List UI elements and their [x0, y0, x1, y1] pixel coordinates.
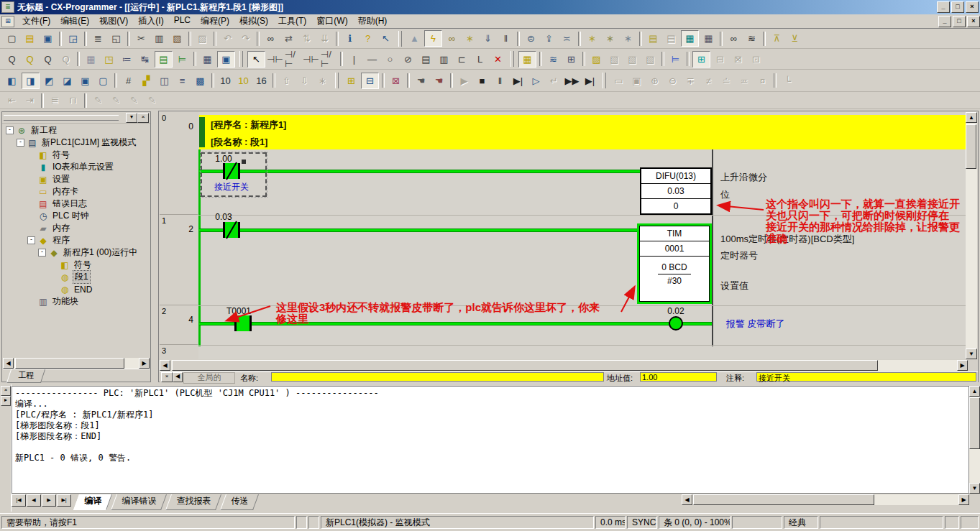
new-instruction-button[interactable]: ▤ [418, 52, 434, 67]
rung-gutter-cell[interactable]: 0 0 [160, 112, 198, 215]
tree-item[interactable]: -⊛新工程 [3, 124, 150, 137]
tree-item[interactable]: ◧符号 [3, 259, 150, 271]
work-online-simulator-button[interactable]: ϟ [424, 30, 442, 47]
stack-online-edit-button[interactable]: ≋ [545, 52, 562, 67]
io-table-window-button[interactable]: ⊞ [343, 73, 360, 88]
time-chart-monitor-button[interactable]: ≋ [743, 31, 760, 46]
output-tab[interactable]: 编译 [73, 494, 112, 510]
run-to-cursor-button[interactable]: ▷ [528, 73, 544, 88]
symbol-address-field[interactable]: 1.00 [640, 372, 717, 382]
view-section-list-button[interactable]: ≡ [174, 73, 191, 88]
compile-all-button[interactable]: ∗ [584, 31, 600, 46]
properties-button[interactable]: ▢ [95, 73, 111, 88]
zoom-out-button[interactable]: Q [40, 52, 56, 67]
transfer-all-button[interactable]: ∗ [602, 31, 618, 46]
address-reference-button[interactable]: ↹ [137, 52, 153, 67]
auto-online-button[interactable]: ∞ [444, 31, 460, 46]
io-table-transfer-button[interactable]: ⊞ [563, 52, 580, 67]
symbol-bar-button[interactable]: ▤ [155, 51, 173, 68]
tree-item[interactable]: -◆新程序1 (00)运行中 [3, 246, 150, 259]
scroll-thumb[interactable] [969, 397, 980, 449]
toggle-address-reference-button[interactable]: ◪ [59, 73, 75, 88]
zoom-in-button[interactable]: Q [22, 52, 38, 67]
toggle-watch-window-button[interactable]: ◩ [41, 73, 58, 88]
scroll-track[interactable] [966, 123, 977, 348]
scroll-left-icon[interactable]: ◀ [682, 494, 692, 505]
compile-program-button[interactable]: ⊜ [523, 31, 539, 46]
monitor-signed-decimal-button[interactable]: 10 [235, 73, 252, 88]
scroll-left-icon[interactable]: ◀ [3, 358, 14, 369]
output-tab[interactable]: 传送 [220, 494, 259, 510]
menu-item[interactable]: 视图(V) [94, 14, 133, 29]
new-open-contact-button[interactable]: ⊣⊢ [267, 52, 283, 67]
scroll-up-icon[interactable]: ▲ [966, 112, 977, 123]
open-file-button[interactable]: ▤ [22, 31, 38, 46]
menu-item[interactable]: 文件(F) [17, 14, 55, 29]
tree-item[interactable]: ◷PLC 时钟 [3, 210, 150, 222]
pv-monitor-button[interactable]: ▦ [681, 30, 699, 47]
difu-instruction-block[interactable]: DIFU(013) 0.03 0 [640, 167, 712, 215]
paste-button[interactable]: ▧ [169, 31, 186, 46]
mdi-close-button[interactable]: × [967, 16, 980, 27]
show-rung-annotations-button[interactable]: ≔ [119, 52, 135, 67]
maximize-button[interactable]: □ [951, 1, 964, 13]
continuous-step-button[interactable]: ▶▶ [564, 73, 580, 88]
menu-item[interactable]: 帮助(H) [353, 14, 393, 29]
output-expand-icon[interactable]: ▸ [1, 396, 11, 406]
output-vscrollbar[interactable]: ▲ ▼ [969, 386, 980, 494]
watch-window-button[interactable]: ⊞ [692, 51, 710, 68]
rung-gutter-cell[interactable]: 1 2 [160, 215, 198, 305]
plc-monitor-window-button[interactable]: ⊟ [361, 73, 379, 89]
symbol-bar-prev-icon[interactable]: ◀ [173, 372, 183, 382]
new-block-program-button[interactable]: ⊏ [454, 52, 470, 67]
toggle-output-window-button[interactable]: ◨ [22, 73, 40, 89]
scroll-track[interactable] [692, 494, 958, 505]
menu-item[interactable]: 窗口(W) [311, 14, 352, 29]
symbol-name-field[interactable] [271, 372, 604, 382]
new-vertical-line-button[interactable]: | [346, 52, 362, 67]
new-or-open-contact-button[interactable]: ⊣⊢ [303, 52, 319, 67]
project-tree-hscrollbar[interactable]: ◀ ▶ [3, 358, 150, 369]
scroll-thumb[interactable] [966, 124, 976, 169]
toggle-io-comment-button[interactable]: ▣ [77, 73, 93, 88]
tree-item[interactable]: -▤新PLC1[CJ1M] 监视模式 [3, 137, 150, 149]
scroll-right-icon[interactable]: ▶ [958, 494, 969, 505]
scroll-left-icon[interactable]: ◀ [160, 360, 170, 371]
copy-button[interactable]: ▥ [151, 31, 168, 46]
scroll-right-icon[interactable]: ▶ [139, 358, 150, 369]
menu-item[interactable]: 模拟(S) [234, 14, 273, 29]
scroll-thumb[interactable] [172, 360, 878, 371]
output-tab[interactable]: 编译错误 [111, 494, 167, 510]
view-mnemonic-button[interactable]: ▞ [138, 73, 155, 88]
menu-item[interactable]: 编程(P) [196, 14, 234, 29]
select-mode-button[interactable]: ↖ [247, 51, 265, 68]
ladder-hscrollbar[interactable]: ◀ ▶ [160, 360, 968, 371]
close-button[interactable]: × [966, 1, 979, 13]
ladder-vscrollbar[interactable]: ▲ ▼ [966, 112, 977, 359]
tree-item[interactable]: ▤错误日志 [3, 198, 150, 210]
panel-close-icon[interactable]: × [137, 113, 149, 123]
tree-expander-icon[interactable]: - [17, 139, 24, 147]
ladder-canvas[interactable]: [程序名 : 新程序1] [段名称 : 段1] 1.00 接近开关 DIFU(0… [198, 112, 968, 359]
contact-1.00[interactable] [223, 163, 240, 179]
tree-item[interactable]: ▮IO表和单元设置 [3, 161, 150, 173]
mdi-minimize-button[interactable]: _ [938, 16, 951, 27]
online-edit-button[interactable]: ▨ [588, 52, 605, 67]
rung-gutter-cell[interactable]: 2 4 [160, 305, 198, 345]
toggle-project-window-button[interactable]: ◧ [4, 73, 20, 88]
cut-button[interactable]: ✂ [133, 31, 150, 46]
print-button[interactable]: ≣ [90, 31, 106, 46]
print-preview-button[interactable]: ◱ [108, 31, 124, 46]
tree-expander-icon[interactable]: - [27, 236, 35, 244]
context-help-button[interactable]: ↖ [377, 31, 394, 46]
tree-expander-icon[interactable]: - [38, 249, 46, 257]
scroll-thumb[interactable] [693, 494, 874, 505]
panel-pin-icon[interactable]: ▾ [126, 113, 137, 123]
tab-project[interactable]: 工程 [6, 369, 45, 383]
compare-with-plc-button[interactable]: ≍ [559, 31, 575, 46]
output-close-icon[interactable]: × [1, 386, 11, 396]
cross-reference-button[interactable]: ⊨ [667, 52, 684, 67]
rung-gutter-cell[interactable]: 3 [160, 345, 198, 359]
tab-scroll-next-icon[interactable]: ▶ [42, 494, 56, 507]
tree-item[interactable]: -◆程序 [3, 234, 150, 246]
